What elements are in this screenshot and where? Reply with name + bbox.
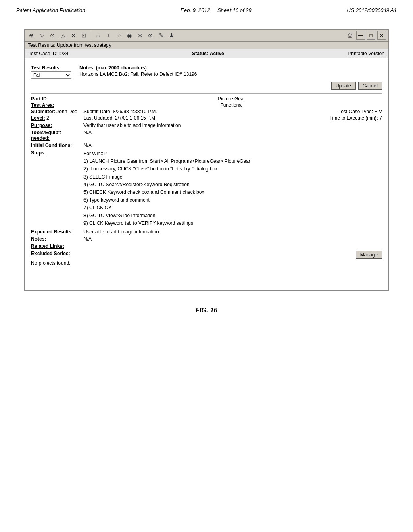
dropdown-icon[interactable]: ▽ — [38, 31, 46, 40]
initial-conditions-label: Initial Conditions: — [31, 143, 72, 148]
test-case-type: Test Case Type: FIV — [338, 109, 382, 114]
step-item: 1) LAUNCH Picture Gear from Start> All P… — [83, 158, 250, 165]
close-icon[interactable]: ✕ — [377, 31, 386, 40]
notes-col: Notes: (max 2000 characters): Horizons L… — [79, 65, 382, 79]
media-icon[interactable]: ◉ — [125, 31, 134, 40]
forward-icon[interactable]: ⊙ — [48, 31, 57, 40]
notes-field-label: Notes: — [31, 236, 46, 242]
submit-date-label: Submit Date: — [83, 109, 111, 114]
window-title: Test Results: Update from test strategy — [28, 42, 111, 48]
test-area-value: Functional — [81, 102, 382, 108]
step-item: 8) GO TO View>Slide Information — [83, 212, 250, 220]
part-id-label: Part ID: — [31, 96, 48, 102]
search-icon[interactable]: ♀ — [104, 31, 113, 40]
last-updated-label: Last Updated: — [83, 115, 114, 121]
cancel-button[interactable]: Cancel — [358, 82, 382, 90]
part-id-value: Picture Gear — [81, 96, 382, 102]
content-area: Test Results: Fail Pass Blocked Notes: (… — [25, 58, 388, 290]
action-buttons-row: Update Cancel — [31, 82, 382, 90]
test-case-id-label: Test Case ID: — [29, 51, 58, 56]
security-icon[interactable]: ⊛ — [146, 31, 155, 40]
stop-icon[interactable]: ✕ — [69, 31, 78, 40]
expected-results-value: User able to add image information — [83, 229, 159, 235]
update-button[interactable]: Update — [331, 82, 356, 90]
step-item: 7) CLICK OK — [83, 204, 250, 212]
time-to-execute: Time to Execute (min): 7 — [330, 115, 382, 121]
purpose-value: Verify that user able to add image infor… — [83, 123, 181, 128]
status-badge: Status: Active — [192, 51, 224, 56]
maximize-icon[interactable]: □ — [367, 31, 375, 40]
manage-button[interactable]: Manage — [356, 251, 382, 259]
initial-conditions-value: N/A — [83, 143, 92, 148]
edit-icon[interactable]: ✎ — [156, 31, 165, 40]
printable-version-link[interactable]: Printable Version — [348, 51, 384, 56]
patent-header-center: Feb. 9, 2012 Sheet 16 of 29 — [181, 7, 252, 13]
patent-header-left: Patent Application Publication — [16, 7, 86, 13]
toolbar-sep-1 — [91, 32, 91, 39]
patent-header-right: US 2012/0036049 A1 — [347, 7, 397, 13]
time-to-execute-value: 7 — [379, 115, 382, 121]
level-value: 2 — [46, 115, 49, 121]
test-case-id: Test Case ID:1234 — [29, 51, 69, 56]
step-item: 4) GO TO Search/Register>Keyword Registr… — [83, 181, 250, 189]
mail-icon[interactable]: ✉ — [136, 31, 144, 40]
window-titlebar: Test Results: Update from test strategy — [25, 42, 388, 49]
test-results-col: Test Results: Fail Pass Blocked — [31, 65, 71, 79]
submit-date-value: 8/26/98 4:38:10 P.M. — [113, 109, 157, 114]
related-links-label: Related Links: — [31, 243, 64, 249]
step-item: 3) SELECT image — [83, 173, 250, 181]
test-case-type-value: FIV — [374, 109, 382, 114]
time-to-execute-label: Time to Execute (min): — [330, 115, 378, 121]
up-icon[interactable]: △ — [58, 31, 67, 40]
test-results-label: Test Results: — [31, 65, 71, 71]
notes-field-value: N/A — [83, 236, 92, 242]
user-icon[interactable]: ♟ — [167, 31, 176, 40]
steps-label: Steps: — [31, 150, 46, 156]
divider — [31, 93, 382, 94]
minimize-icon[interactable]: — — [356, 31, 365, 40]
step-item: 6) Type keyword and comment — [83, 196, 250, 204]
step-item: 2) If necessary, CLICK "Close" button in… — [83, 165, 250, 173]
patent-header: Patent Application Publication Feb. 9, 2… — [0, 0, 413, 17]
submitter-label: Submitter: — [31, 109, 55, 114]
steps-content: For WinXP 1) LAUNCH Picture Gear from St… — [83, 150, 250, 227]
test-case-id-value: 1234 — [58, 51, 69, 56]
tools-label: Tools/Equip't needed: — [31, 130, 61, 141]
print-icon[interactable]: ⎙ — [346, 31, 355, 40]
steps-list: 1) LAUNCH Picture Gear from Start> All P… — [83, 158, 250, 227]
test-case-type-label: Test Case Type: — [338, 109, 373, 114]
ui-window: ⊕ ▽ ⊙ △ ✕ ⊡ ⌂ ♀ ☆ ◉ ✉ ⊛ ✎ ♟ ⎙ — □ ✕ Test… — [24, 29, 389, 291]
purpose-label: Purpose: — [31, 123, 52, 128]
steps-intro: For WinXP — [83, 150, 250, 158]
toolbar-right: ⎙ — □ ✕ — [346, 31, 386, 40]
last-updated-value: 2/7/01 1:06:15 P.M. — [115, 115, 156, 121]
level-label: Level: — [31, 115, 45, 121]
tools-value: N/A — [83, 130, 92, 141]
expected-results-label: Expected Results: — [31, 229, 73, 235]
refresh-icon[interactable]: ⊡ — [79, 31, 88, 40]
step-item: 5) CHECK Keyword check box and Comment c… — [83, 189, 250, 196]
no-projects: No projects found. — [31, 260, 382, 266]
result-select[interactable]: Fail Pass Blocked — [31, 71, 71, 79]
excluded-series-label: Excluded Series: — [31, 251, 70, 256]
notes-label: Notes: (max 2000 characters): — [79, 65, 382, 71]
figure-caption: FIG. 16 — [0, 307, 413, 314]
home-icon[interactable]: ⌂ — [94, 31, 102, 40]
submitter-value: John Doe — [56, 109, 77, 114]
favorites-icon[interactable]: ☆ — [115, 31, 123, 40]
back-icon[interactable]: ⊕ — [27, 31, 36, 40]
toolbar: ⊕ ▽ ⊙ △ ✕ ⊡ ⌂ ♀ ☆ ◉ ✉ ⊛ ✎ ♟ ⎙ — □ ✕ — [25, 30, 388, 42]
notes-content: Horizons LA MCE Bo2: Fail. Refer to Defe… — [79, 71, 382, 77]
step-item: 9) CLICK Keyword tab to VERIFY keyword s… — [83, 220, 250, 227]
sub-header: Test Case ID:1234 Status: Active Printab… — [25, 49, 388, 58]
test-area-label: Test Area: — [31, 102, 54, 108]
